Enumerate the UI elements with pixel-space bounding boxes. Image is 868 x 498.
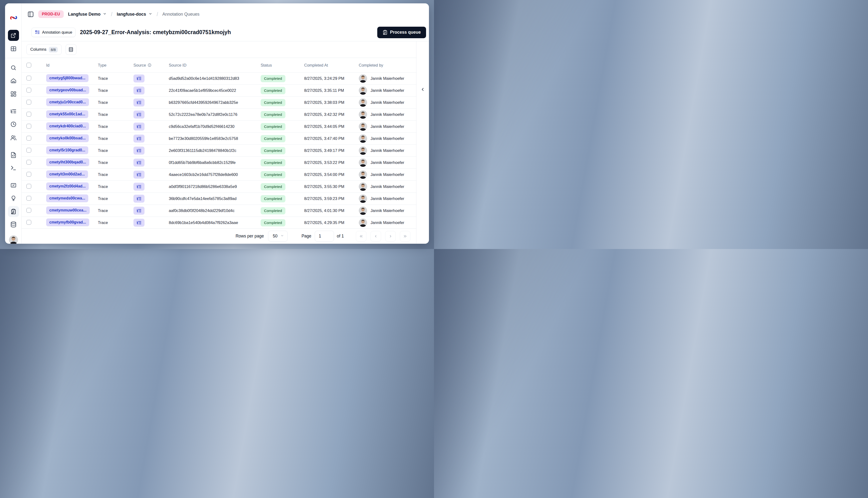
status-badge: Completed — [261, 99, 285, 106]
item-id-link[interactable]: cmetymeds00cwa... — [46, 194, 88, 202]
home-icon[interactable] — [10, 78, 16, 84]
row-checkbox[interactable] — [26, 220, 31, 225]
column-header-source[interactable]: Source — [133, 63, 169, 67]
item-id-link[interactable]: cmetyko0k00bsad... — [46, 134, 89, 142]
breadcrumb-project[interactable]: langfuse-docs — [117, 12, 146, 17]
chevron-down-icon[interactable] — [103, 12, 106, 17]
column-header-completed-by[interactable]: Completed by — [359, 63, 416, 67]
item-id-link[interactable]: cmetyju1r00ccad0... — [46, 98, 89, 106]
source-trace-button[interactable] — [133, 75, 144, 82]
source-trace-button[interactable] — [133, 147, 144, 155]
sidebar-toggle-icon[interactable] — [27, 11, 34, 17]
completed-at-cell: 8/27/2025, 3:44:05 PM — [304, 124, 359, 129]
users-icon[interactable] — [10, 135, 16, 141]
item-id-link[interactable]: cmetygeov00buad... — [46, 86, 89, 94]
table-row[interactable]: cmetyk55x00c1ad... Trace 52c72c2222ea78e… — [22, 108, 416, 120]
select-all-checkbox[interactable] — [26, 63, 31, 67]
row-height-button[interactable] — [66, 44, 76, 55]
table-row[interactable]: cmetymeds00cwa... Trace 36b90cdfc47e5da1… — [22, 193, 416, 205]
traces-list-tree-icon[interactable] — [10, 108, 16, 114]
item-id-link[interactable]: cmetyl5r100grad0... — [46, 146, 88, 154]
first-page-button[interactable] — [356, 231, 366, 241]
item-id-link[interactable]: cmetymyfb00gvad... — [46, 219, 89, 226]
source-trace-button[interactable] — [133, 110, 144, 118]
type-cell: Trace — [98, 112, 133, 117]
column-header-type[interactable]: Type — [98, 63, 133, 67]
list-tree-icon — [137, 220, 142, 225]
source-trace-button[interactable] — [133, 195, 144, 202]
column-header-status[interactable]: Status — [261, 63, 304, 67]
next-page-button[interactable] — [385, 231, 396, 241]
row-checkbox[interactable] — [26, 76, 31, 80]
source-trace-button[interactable] — [133, 171, 144, 179]
table-row[interactable]: cmetylht300bqad0... Trace 0f1dd65b7bb9bf… — [22, 156, 416, 169]
previous-page-button[interactable] — [371, 231, 381, 241]
page-number-input[interactable] — [315, 231, 334, 241]
table-row[interactable]: cmetylt3m00d2ad... Trace 4aaece1603cb2e1… — [22, 169, 416, 181]
table-row[interactable]: cmetyl5r100grad0... Trace 2e603f31361115… — [22, 144, 416, 156]
open-external-button[interactable] — [8, 30, 19, 41]
file-code-icon[interactable] — [10, 152, 16, 158]
row-checkbox[interactable] — [26, 112, 31, 117]
item-id-link[interactable]: cmetylt3m00d2ad... — [46, 170, 88, 178]
item-id-link[interactable]: cmetykdr400ciad0... — [46, 122, 89, 130]
source-trace-button[interactable] — [133, 87, 144, 94]
chevron-down-icon[interactable] — [148, 12, 152, 17]
chevron-right-icon — [388, 234, 393, 238]
source-trace-button[interactable] — [133, 159, 144, 167]
rows-per-page-select[interactable]: 50 — [268, 231, 287, 241]
table-row[interactable]: cmetyko0k00bsad... Trace be7723e30d80205… — [22, 132, 416, 144]
clock-icon[interactable] — [10, 121, 16, 127]
item-id-link[interactable]: cmetyg5j800bwad... — [46, 74, 89, 82]
item-id-link[interactable]: cmetym2fz00d4ad... — [46, 182, 89, 190]
source-trace-button[interactable] — [133, 122, 144, 131]
row-checkbox[interactable] — [26, 184, 31, 189]
search-icon[interactable] — [10, 65, 16, 71]
completed-by-name: Jannik Maierhoefer — [371, 76, 404, 81]
table-row[interactable]: cmetymyfb00gvad... Trace 8dc69b1ba1e540b… — [22, 217, 416, 228]
table-icon[interactable] — [10, 46, 16, 52]
source-trace-button[interactable] — [133, 207, 144, 215]
row-checkbox[interactable] — [26, 148, 31, 153]
item-id-link[interactable]: cmetymmuw00cea... — [46, 207, 90, 214]
column-header-source-id[interactable]: Source ID — [169, 63, 261, 67]
row-checkbox[interactable] — [26, 100, 31, 105]
expand-panel-chevron[interactable] — [420, 87, 425, 93]
annotation-queues-icon[interactable] — [8, 206, 19, 217]
row-checkbox[interactable] — [26, 124, 31, 129]
info-icon[interactable] — [148, 63, 152, 67]
table-row[interactable]: cmetyg5j800bwad... Trace d5ad9d52a00c6e1… — [22, 73, 416, 84]
source-trace-button[interactable] — [133, 99, 144, 106]
last-page-button[interactable] — [400, 231, 411, 241]
source-trace-button[interactable] — [133, 135, 144, 143]
process-queue-button[interactable]: Process queue — [377, 27, 426, 38]
database-icon[interactable] — [10, 221, 16, 227]
breadcrumb-org[interactable]: Langfuse Demo — [68, 12, 101, 17]
source-trace-button[interactable] — [133, 183, 144, 191]
terminal-icon[interactable] — [10, 165, 16, 171]
lightbulb-icon[interactable] — [10, 195, 16, 201]
source-trace-button[interactable] — [133, 219, 144, 227]
item-id-link[interactable]: cmetyk55x00c1ad... — [46, 110, 88, 118]
table-row[interactable]: cmetykdr400ciad0... Trace c9d56ca32efaff… — [22, 120, 416, 132]
dashboard-icon[interactable] — [10, 91, 16, 97]
source-id-cell: b63297665cfd4439592649672abb325e — [169, 100, 261, 105]
column-header-completed-at[interactable]: Completed At — [304, 63, 359, 67]
table-row[interactable]: cmetygeov00buad... Trace 22c41f09acae5b1… — [22, 84, 416, 96]
row-checkbox[interactable] — [26, 160, 31, 165]
percent-card-icon[interactable] — [10, 182, 16, 188]
row-checkbox[interactable] — [26, 136, 31, 141]
list-tree-icon — [137, 112, 142, 117]
row-checkbox[interactable] — [26, 88, 31, 93]
user-avatar[interactable] — [9, 235, 18, 244]
table-row[interactable]: cmetyju1r00ccad0... Trace b63297665cfd44… — [22, 96, 416, 108]
row-checkbox[interactable] — [26, 196, 31, 201]
item-id-link[interactable]: cmetylht300bqad0... — [46, 158, 89, 166]
columns-button[interactable]: Columns 8/8 — [26, 44, 62, 55]
completed-by-avatar — [359, 98, 367, 107]
table-row[interactable]: cmetymmuw00cea... Trace aaf0c38db0f3f204… — [22, 205, 416, 217]
column-header-id[interactable]: Id — [46, 63, 98, 67]
row-checkbox[interactable] — [26, 172, 31, 176]
row-checkbox[interactable] — [26, 208, 31, 213]
table-row[interactable]: cmetym2fz00d4ad... Trace a0df3f901167218… — [22, 181, 416, 193]
